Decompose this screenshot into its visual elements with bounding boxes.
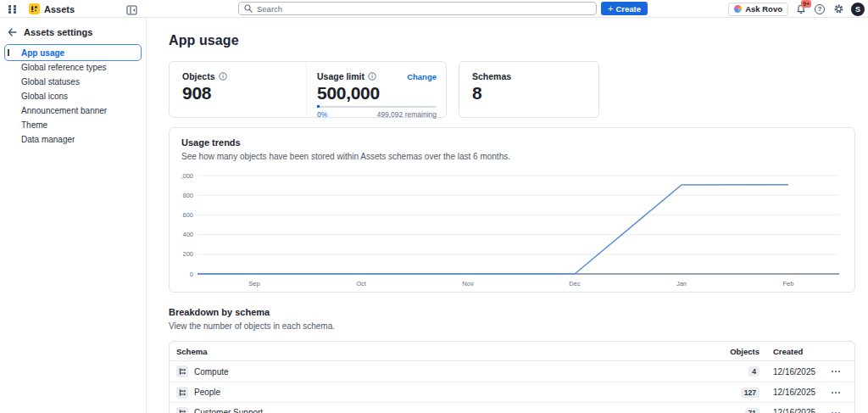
- create-button-label: Create: [615, 4, 641, 14]
- object-count-badge: 4: [748, 366, 760, 377]
- y-tick: 1,000: [181, 172, 193, 180]
- sidebar-item-app-usage[interactable]: App usage: [4, 44, 142, 61]
- avatar[interactable]: S: [851, 3, 865, 16]
- x-tick: Feb: [783, 280, 794, 287]
- assets-logo-icon: [29, 3, 40, 14]
- help-button[interactable]: ?: [814, 3, 826, 15]
- schemas-label: Schemas: [472, 71, 511, 81]
- created-date: 12/16/2025: [773, 408, 826, 413]
- sidebar-item-label: Global reference types: [21, 63, 107, 72]
- x-tick: Oct: [356, 280, 367, 287]
- ask-rovo-label: Ask Rovo: [745, 4, 782, 14]
- rovo-icon: [734, 5, 742, 13]
- x-tick: Nov: [462, 280, 474, 287]
- info-icon[interactable]: [219, 72, 227, 81]
- usage-trends-card: Usage trends See how many objects have b…: [169, 127, 855, 293]
- usage-trends-subtitle: See how many objects have been stored wi…: [181, 152, 846, 161]
- stats-row: Objects 908 Usage limit: [169, 61, 855, 118]
- schema-name: People: [194, 388, 220, 397]
- y-tick: 600: [182, 211, 193, 219]
- usage-remaining: 499,092 remaining: [377, 110, 437, 119]
- usage-limit-label: Usage limit: [317, 71, 364, 81]
- info-icon[interactable]: [368, 72, 376, 81]
- usage-percent: 0%: [317, 110, 327, 119]
- schema-name: Compute: [194, 367, 229, 377]
- column-header-schema: Schema: [176, 347, 709, 356]
- schema-icon: [176, 366, 188, 377]
- back-arrow-icon[interactable]: [8, 28, 17, 36]
- app-switcher-icon[interactable]: [7, 3, 19, 15]
- global-search[interactable]: [238, 2, 597, 15]
- sidebar-item-label: Announcement banner: [21, 106, 107, 115]
- table-row[interactable]: People 127 12/16/2025: [170, 382, 854, 402]
- app-title: Assets: [44, 4, 75, 14]
- objects-value: 908: [182, 83, 306, 103]
- overflow-menu-icon[interactable]: [832, 368, 840, 375]
- search-icon: [244, 4, 253, 13]
- y-tick: 200: [182, 250, 193, 258]
- gear-icon: [833, 3, 844, 14]
- column-header-objects: Objects: [709, 347, 760, 356]
- y-tick: 800: [182, 192, 193, 199]
- sidebar-item-announcement-banner[interactable]: Announcement banner: [4, 103, 142, 118]
- search-input[interactable]: [257, 4, 591, 14]
- usage-trends-chart: 0 200 400 600 800 1,000 Sep Oct Nov Dec …: [181, 167, 846, 290]
- objects-label: Objects: [182, 71, 215, 81]
- settings-nav: App usage Global reference types Global …: [4, 44, 142, 147]
- topbar: Assets + Create Ask Rovo: [0, 0, 868, 18]
- schemas-card: Schemas 8: [459, 61, 599, 118]
- sidebar-item-label: Global icons: [21, 92, 68, 101]
- sidebar-title: Assets settings: [24, 27, 92, 37]
- overflow-menu-icon[interactable]: [832, 410, 840, 413]
- x-tick: Jan: [676, 280, 687, 287]
- table-row[interactable]: Compute 4 12/16/2025: [170, 361, 854, 382]
- schema-table: Schema Objects Created Compute 4: [169, 341, 855, 413]
- sidebar-item-label: Theme: [21, 120, 47, 130]
- notifications-button[interactable]: 9+: [795, 3, 807, 15]
- object-count-badge: 71: [745, 408, 760, 413]
- breakdown-subtitle: View the number of objects in each schem…: [169, 321, 855, 331]
- x-tick: Dec: [569, 280, 581, 287]
- sidebar-item-global-reference-types[interactable]: Global reference types: [4, 60, 142, 75]
- schemas-value: 8: [472, 83, 598, 103]
- table-header-row: Schema Objects Created: [170, 342, 854, 361]
- sidebar-item-label: Data manager: [21, 135, 75, 144]
- usage-limit-value: 500,000: [317, 83, 437, 103]
- change-limit-link[interactable]: Change: [407, 72, 437, 81]
- usage-trends-title: Usage trends: [181, 137, 846, 148]
- collapse-sidebar-icon[interactable]: [126, 3, 138, 14]
- created-date: 12/16/2025: [773, 388, 826, 397]
- ask-rovo-button[interactable]: Ask Rovo: [728, 3, 788, 16]
- column-header-created: Created: [773, 347, 826, 356]
- sidebar-item-theme[interactable]: Theme: [4, 118, 142, 132]
- settings-sidebar: Assets settings App usage Global referen…: [0, 18, 147, 413]
- overflow-menu-icon[interactable]: [832, 389, 840, 396]
- breakdown-title: Breakdown by schema: [169, 307, 855, 317]
- schema-icon: [176, 407, 188, 413]
- table-row[interactable]: Customer Support 71 12/16/2025: [170, 402, 854, 413]
- assets-app-home[interactable]: Assets: [29, 3, 75, 14]
- app-root: Assets + Create Ask Rovo: [0, 0, 868, 413]
- object-count-badge: 127: [741, 388, 760, 398]
- usage-progress-fill: [317, 105, 320, 108]
- y-tick: 0: [190, 271, 193, 278]
- help-icon: ?: [815, 4, 825, 14]
- sidebar-item-label: Global statuses: [21, 77, 80, 87]
- create-button[interactable]: + Create: [601, 2, 648, 15]
- schema-name: Customer Support: [194, 408, 263, 413]
- created-date: 12/16/2025: [773, 367, 826, 377]
- plus-icon: +: [608, 4, 613, 14]
- sidebar-item-global-icons[interactable]: Global icons: [4, 89, 142, 103]
- y-tick: 400: [182, 231, 193, 238]
- schema-icon: [176, 387, 188, 399]
- sidebar-item-data-manager[interactable]: Data manager: [4, 132, 142, 147]
- main-content: App usage Objects 908: [147, 18, 868, 413]
- sidebar-item-global-statuses[interactable]: Global statuses: [4, 75, 142, 89]
- usage-trend-line: [198, 185, 788, 274]
- usage-progress-bar: [317, 106, 437, 108]
- x-tick: Sep: [248, 280, 259, 287]
- sidebar-item-label: App usage: [21, 48, 64, 58]
- notification-count-badge: 9+: [801, 0, 811, 8]
- settings-button[interactable]: [832, 3, 844, 15]
- objects-usage-card: Objects 908 Usage limit: [169, 61, 447, 118]
